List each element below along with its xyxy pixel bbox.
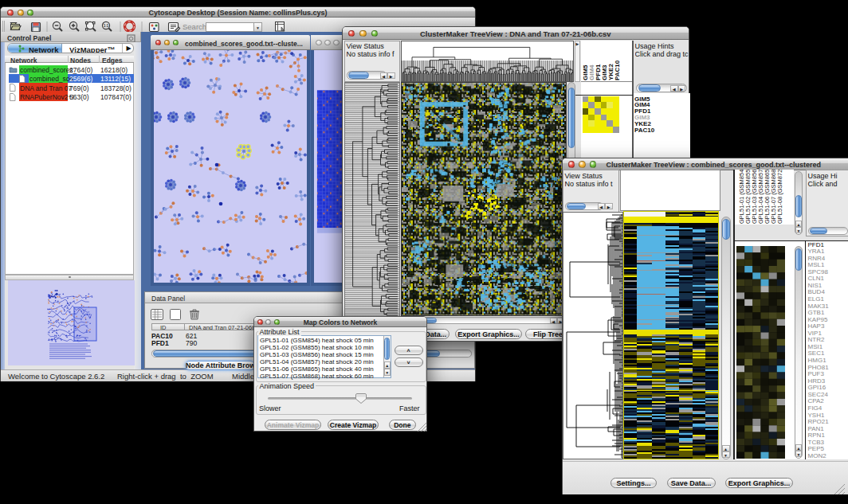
svg-text:1:1: 1:1 <box>104 24 109 28</box>
svg-text:Search:: Search: <box>183 22 209 31</box>
